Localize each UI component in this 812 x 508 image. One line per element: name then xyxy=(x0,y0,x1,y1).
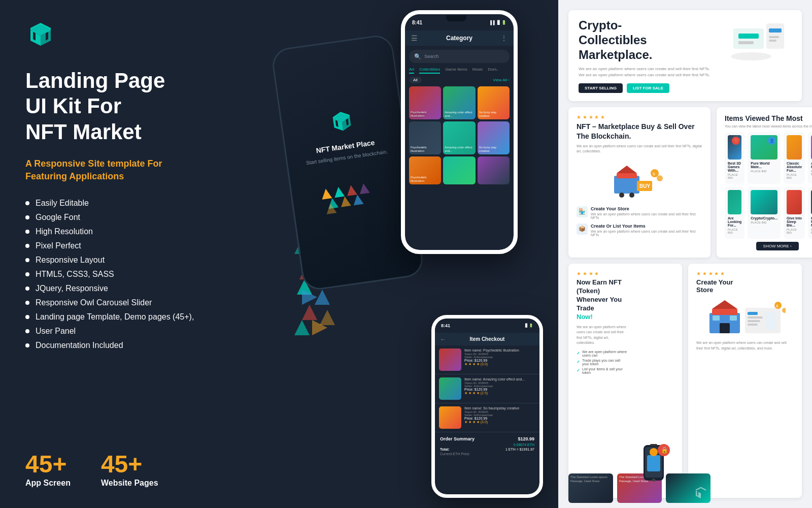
row-2: ★ ★ ★ ★ ★ NFT – Marketplace Buy & Sell O… xyxy=(568,107,802,258)
phone-checkout: 8:41 ▊ 🔋 ← Item Checkout Item name: Psyc… xyxy=(431,315,543,498)
items-viewed-grid: ♡ Best 3D Games With... PLACE BID 👤 Pure… xyxy=(725,132,812,239)
item-card: Aoldon Freebul... PLACE BID xyxy=(808,132,812,184)
svg-rect-64 xyxy=(765,312,775,330)
svg-marker-13 xyxy=(294,320,310,335)
earn-illustration: 🔒 xyxy=(633,271,674,491)
svg-rect-31 xyxy=(769,28,782,33)
svg-marker-37 xyxy=(617,166,637,173)
items-viewed-section: Items Viewed The Most You can view the l… xyxy=(717,107,812,258)
hero-image xyxy=(721,18,792,69)
svg-text:BUY: BUY xyxy=(639,183,650,189)
svg-point-48 xyxy=(652,479,655,482)
svg-text:🔒: 🔒 xyxy=(661,446,668,454)
item-card: Are Looking For... PLACE BID xyxy=(725,187,745,239)
svg-rect-63 xyxy=(748,324,758,326)
svg-point-34 xyxy=(731,52,771,60)
items-viewed-desc: You can view the latest most viewed item… xyxy=(725,124,812,128)
main-title: Landing Page UI Kit For NFT Market xyxy=(25,68,244,145)
list-item: Pixel Perfect xyxy=(25,241,244,250)
marketplace-desc: We are an open platform where users can … xyxy=(577,144,702,154)
create-stars: ★ ★ ★ ★ ★ xyxy=(696,271,794,276)
svg-point-39 xyxy=(629,193,634,198)
svg-rect-62 xyxy=(748,320,760,322)
order-summary-label: Order Summary xyxy=(440,436,475,441)
item-card: ♡ Best 3D Games With... PLACE BID xyxy=(725,132,745,184)
step2-text: We are an open platform where users can … xyxy=(591,230,702,237)
svg-marker-25 xyxy=(358,183,370,195)
earn-nft-text: ★ ★ ★ ★ Now Earn NFT (Token) Whenever Yo… xyxy=(577,271,627,491)
svg-marker-11 xyxy=(302,305,317,320)
left-panel: Landing Page UI Kit For NFT Market A Res… xyxy=(0,0,269,508)
svg-marker-18 xyxy=(312,320,327,335)
svg-text:$: $ xyxy=(776,304,779,308)
earn-stars: ★ ★ ★ ★ xyxy=(577,271,627,276)
svg-rect-56 xyxy=(720,323,730,333)
create-title: Create Your Store xyxy=(696,278,794,294)
hero-buttons: START SELLING LIST FOR SALE xyxy=(579,83,713,93)
svg-rect-51 xyxy=(647,455,660,471)
svg-point-52 xyxy=(650,448,658,456)
earn-title: Now Earn NFT (Token) Whenever You Trade … xyxy=(577,278,627,321)
svg-marker-24 xyxy=(352,194,364,206)
hero-description: We are an open platform where users can … xyxy=(579,66,713,78)
items-viewed-title: Items Viewed The Most xyxy=(725,114,812,122)
step1-text: We are an open platform where users can … xyxy=(591,212,702,219)
item-card: 👤 Pure World Mate... PLACE BID xyxy=(748,132,781,184)
hero-title: Crypto- Collectibles Marketplace. xyxy=(579,18,713,62)
list-item: HTML5, CSS3, SASS xyxy=(25,270,244,279)
svg-rect-54 xyxy=(712,309,737,315)
marketplace-title: NFT – Marketplace Buy & Sell Over The Bl… xyxy=(577,122,702,140)
phone-category-title: Category xyxy=(446,35,472,42)
list-item: User Panel xyxy=(25,327,244,336)
show-more-button[interactable]: SHOW MORE › xyxy=(756,242,799,250)
stat-app-screen: 45+ App Screen xyxy=(25,452,71,488)
brand-logo xyxy=(25,20,56,51)
svg-point-44 xyxy=(657,175,663,181)
item-card: Give Into Sleep Ble... PLACE BID xyxy=(784,187,805,239)
svg-rect-28 xyxy=(738,34,759,39)
row-3: ★ ★ ★ ★ Now Earn NFT (Token) Whenever Yo… xyxy=(568,264,802,498)
svg-marker-10 xyxy=(315,290,330,305)
svg-marker-21 xyxy=(346,184,357,196)
list-item: Responsive Owl Carousel Slider xyxy=(25,298,244,307)
list-item: JQuery, Responsive xyxy=(25,284,244,293)
checkout-time: 8:41 xyxy=(441,323,450,328)
list-for-sale-button[interactable]: LIST FOR SALE xyxy=(627,83,669,93)
svg-marker-55 xyxy=(712,300,737,309)
list-item: Documentation Included xyxy=(25,341,244,350)
item-card: Crypto/Crypto... PLACE BID xyxy=(748,187,781,239)
svg-rect-61 xyxy=(748,316,763,319)
list-item: Easily Editable xyxy=(25,199,244,208)
svg-rect-57 xyxy=(713,315,720,321)
svg-point-67 xyxy=(782,308,786,313)
step2-title: Create Or List Your Items xyxy=(591,224,702,229)
search-placeholder: Search xyxy=(424,54,439,59)
step1-title: Create Your Store xyxy=(591,206,702,211)
svg-marker-19 xyxy=(321,188,332,200)
svg-marker-23 xyxy=(340,196,351,207)
right-panel: Crypto- Collectibles Marketplace. We are… xyxy=(558,0,812,508)
earn-desc: We are an open platform where users can … xyxy=(577,325,627,346)
stat-website-pages: 45+ Website Pages xyxy=(101,452,158,488)
right-content: Crypto- Collectibles Marketplace. We are… xyxy=(558,0,812,508)
earn-features-list: ✓ We are open platform where users can ✓… xyxy=(577,350,627,374)
marketplace-stars: ★ ★ ★ ★ ★ xyxy=(577,114,702,120)
svg-rect-58 xyxy=(730,315,737,321)
phone-front: 8:41 ▌▌ ▊ 🔋 ☰ Category ⋮ 🔍 Search Art Co… xyxy=(401,10,518,254)
item-card: How To Make Music... PLACE BID xyxy=(808,187,812,239)
logo-container xyxy=(25,20,244,53)
hero-text: Crypto- Collectibles Marketplace. We are… xyxy=(579,18,713,93)
svg-marker-17 xyxy=(302,290,317,305)
svg-rect-60 xyxy=(748,312,758,315)
create-store-section: ★ ★ ★ ★ ★ Create Your Store xyxy=(688,264,802,498)
start-selling-button[interactable]: START SELLING xyxy=(579,83,623,93)
list-item: High Resolution xyxy=(25,227,244,236)
subtitle: A Responsive Site template For Featuring… xyxy=(25,157,244,183)
hero-section: Crypto- Collectibles Marketplace. We are… xyxy=(568,10,802,101)
phone-time: 8:41 xyxy=(412,20,422,25)
svg-rect-32 xyxy=(769,36,779,38)
svg-marker-12 xyxy=(320,310,335,325)
svg-rect-29 xyxy=(738,41,754,44)
earn-nft-section: ★ ★ ★ ★ Now Earn NFT (Token) Whenever Yo… xyxy=(568,264,682,498)
list-item: Google Font xyxy=(25,213,244,222)
